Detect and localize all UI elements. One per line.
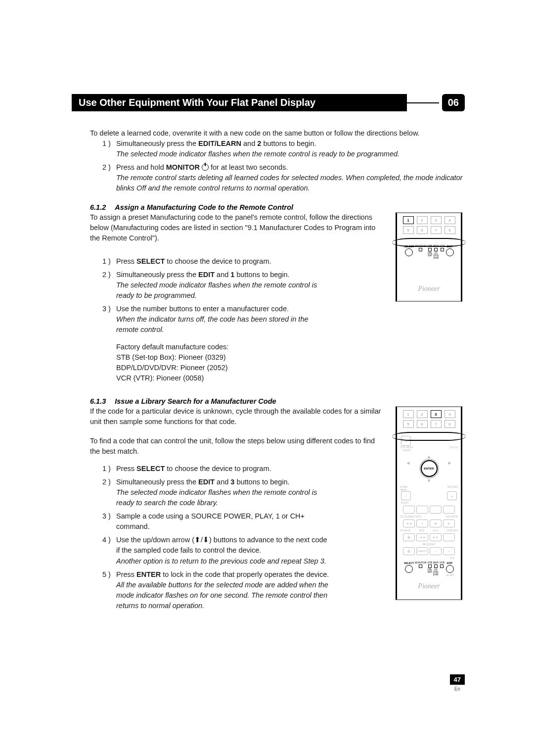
edit-ring-icon [446,248,454,256]
remote1-key-7: 7 [431,226,442,234]
remote1-key-3: 3 [431,216,442,224]
enter-button: ENTER [421,460,438,477]
613-step-1: 1 ) Press SELECT to choose the device to… [102,464,331,474]
play-icon: ► [443,520,455,527]
delete-step-2: 2 ) Press and hold MONITOR for at least … [102,162,465,193]
remote1-key-8: 8 [445,226,455,234]
power-icon [202,164,209,171]
factory-codes: Factory default manufacture codes: STB (… [116,342,386,383]
home-icon: ⌂ [401,491,411,500]
up-down-arrow-icon: ⬆/⬇ [194,535,209,545]
section-613-intro2: To find a code that can control the unit… [90,436,386,457]
subheading-612: 6.1.2 Assign a Manufacturing Code to the… [90,203,465,211]
arrow-left-icon: ◄ [406,460,411,477]
remote1-key-5: 5 [403,226,414,234]
remote2-key-3: 3 [431,410,442,418]
remote-illustration-1: 1 2 3 4 5 6 7 8 SELECT MONITOR [396,212,462,302]
stop-icon: ■ [430,520,442,527]
remote2-key-1: 1 [403,410,414,418]
613-step-3: 3 ) Sample a code using a SOURCE POWER, … [102,511,331,532]
x-icon: ✕ [401,436,411,446]
remote2-key-4: 4 [445,410,455,418]
612-step-3: 3 ) Use the number buttons to enter a ma… [102,304,331,335]
select-ring-icon [405,248,413,256]
pioneer-logo: Pioneer [399,285,459,293]
header-rule [407,102,439,103]
612-step-2: 2 ) Simultaneously press the EDIT and 1 … [102,270,331,301]
613-step-2: 2 ) Simultaneously press the EDIT and 3 … [102,477,331,508]
remote1-key-6: 6 [417,226,428,234]
subheading-613: 6.1.3 Issue a Library Search for a Manuf… [90,397,465,405]
chapter-number: 06 [442,94,465,111]
612-step-1: 1 ) Press SELECT to choose the device to… [102,256,331,267]
613-step-4: 4 ) Use the up/down arrow (⬆/⬇) buttons … [102,535,331,566]
delete-step-1: 1 ) Simultaneously press the EDIT/LEARN … [102,139,465,159]
remote-illustration-2: 1 2 3 4 5 6 7 8 ✕ TOP MENU GUIDE T [396,406,462,600]
intro-text: To delete a learned code, overwrite it w… [90,128,465,139]
edit-ring-icon [446,565,454,573]
page-number-chip: 47 En [450,674,465,692]
arrow-down-icon: ▼ [427,478,432,483]
arrow-right-icon: ► [447,460,452,477]
pause-icon: II [416,520,428,527]
select-ring-icon [405,565,413,573]
remote1-key-2: 2 [417,216,428,224]
613-step-5: 5 ) Press ENTER to lock in the code that… [102,569,331,611]
chapter-header: Use Other Equipment With Your Flat Panel… [72,94,465,111]
remote2-key-2: 2 [417,410,428,418]
section-612-intro: To assign a preset Manufacturing code to… [90,212,386,243]
section-613-intro: If the code for a particular device is u… [90,406,386,427]
chapter-title: Use Other Equipment With Your Flat Panel… [72,94,407,111]
dpad: ▲ ◄ ENTER ► ▼ [399,454,459,483]
arrow-up-icon: ▲ [427,454,432,459]
remote1-key-4: 4 [445,216,455,224]
rewind-icon: ◄◄ [403,520,415,527]
pioneer-logo: Pioneer [399,582,459,590]
return-icon: ↩ [447,491,457,500]
remote1-key-1: 1 [403,216,414,224]
